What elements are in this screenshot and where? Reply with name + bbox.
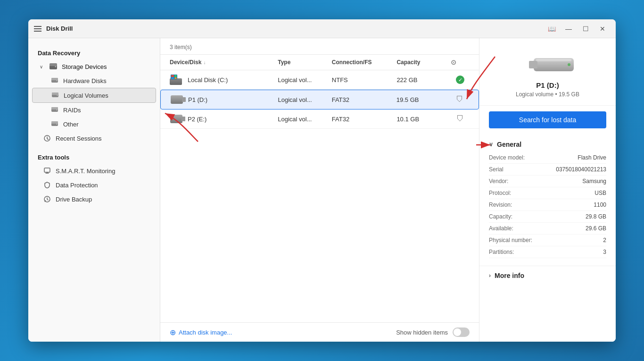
more-info-label: More info: [495, 272, 524, 279]
shield-icon: ⛉: [456, 115, 464, 123]
status-icon: ✓: [451, 76, 470, 84]
content-area: Data Recovery ∨ Storage Devices: [28, 38, 616, 342]
other-label: Other: [63, 121, 79, 128]
device-capacity: 10.1 GB: [396, 116, 451, 123]
attach-disk-link[interactable]: ⊕ Attach disk image...: [170, 328, 232, 337]
book-button[interactable]: 📖: [544, 22, 559, 35]
svg-point-8: [57, 95, 58, 96]
shield-icon: ⛉: [456, 95, 463, 104]
search-for-lost-data-button[interactable]: Search for lost data: [489, 111, 606, 128]
chevron-down-icon: ∨: [489, 141, 493, 148]
local-disk-icon: [170, 75, 183, 84]
device-image: [527, 50, 569, 76]
sidebar-item-smart[interactable]: S.M.A.R.T. Monitoring: [32, 164, 156, 178]
sidebar-item-drive-backup[interactable]: Drive Backup: [32, 192, 156, 206]
device-cell: P2 (E:): [170, 114, 278, 124]
sidebar-item-hardware-disks[interactable]: Hardware Disks: [32, 74, 156, 88]
svg-point-2: [55, 66, 57, 67]
general-section: ∨ General Device model: Flash Drive Seri…: [479, 136, 616, 266]
usb-disk-icon2: [170, 114, 183, 124]
smart-label: S.M.A.R.T. Monitoring: [56, 168, 115, 175]
svg-rect-1: [50, 63, 57, 66]
recent-sessions-icon: [43, 134, 51, 142]
device-type: Logical vol...: [278, 96, 331, 103]
hardware-disks-label: Hardware Disks: [63, 77, 107, 84]
data-protection-label: Data Protection: [56, 182, 98, 189]
smart-icon: [43, 167, 51, 175]
sidebar-item-logical-volumes[interactable]: Logical Volumes: [32, 88, 156, 103]
device-connection: FAT32: [332, 96, 396, 103]
svg-point-11: [57, 109, 58, 110]
device-connection: FAT32: [332, 116, 397, 123]
info-row-serial: Serial 0375018040021213: [489, 164, 606, 176]
svg-point-14: [57, 124, 58, 125]
device-subtitle-label: Logical volume • 19.5 GB: [516, 91, 579, 98]
info-row-physical: Physical number: 2: [489, 235, 606, 246]
table-area: Local Disk (C:) Logical vol... NTFS 222 …: [160, 70, 479, 322]
sidebar-section-extra-tools: Extra tools: [28, 150, 160, 164]
chevron-right-icon: ›: [489, 272, 491, 279]
show-hidden-toggle[interactable]: [453, 327, 470, 337]
header-connection: Connection/FS: [332, 59, 397, 66]
raids-icon: [51, 106, 58, 114]
raids-label: RAIDs: [63, 107, 81, 114]
logical-volumes-label: Logical Volumes: [64, 92, 108, 99]
drive-backup-label: Drive Backup: [56, 196, 92, 203]
device-capacity: 222 GB: [396, 76, 451, 84]
right-panel: P1 (D:) Logical volume • 19.5 GB Search …: [479, 38, 616, 342]
status-icon: ⛉: [450, 95, 469, 104]
device-capacity: 19.5 GB: [396, 96, 450, 103]
sidebar-item-data-protection[interactable]: Data Protection: [32, 178, 156, 192]
svg-rect-10: [51, 107, 58, 109]
show-hidden-items: Show hidden items: [396, 327, 470, 337]
title-bar: Disk Drill 📖 — ☐ ✕: [28, 19, 616, 38]
close-button[interactable]: ✕: [595, 22, 610, 35]
restore-button[interactable]: ☐: [578, 22, 593, 35]
table-row[interactable]: P2 (E:) Logical vol... FAT32 10.1 GB ⛉: [160, 109, 479, 129]
sort-icon: ↓: [203, 60, 206, 65]
device-name: Local Disk (C:): [188, 76, 228, 84]
data-protection-icon: [43, 181, 51, 189]
hamburger-icon[interactable]: [34, 26, 41, 32]
device-name: P1 (D:): [188, 96, 207, 103]
minimize-button[interactable]: —: [561, 22, 576, 35]
app-title: Disk Drill: [46, 25, 73, 32]
svg-rect-13: [51, 121, 58, 124]
sidebar: Data Recovery ∨ Storage Devices: [28, 38, 160, 342]
general-section-header[interactable]: ∨ General: [489, 136, 606, 152]
check-icon: ✓: [456, 76, 464, 84]
svg-rect-19: [529, 61, 537, 68]
storage-devices-label: Storage Devices: [62, 63, 107, 70]
general-label: General: [497, 141, 521, 148]
device-cell: Local Disk (C:): [170, 75, 278, 84]
device-type: Logical vol...: [278, 76, 332, 84]
info-row-available: Available: 29.6 GB: [489, 223, 606, 235]
usb-disk-icon: [170, 95, 183, 104]
header-capacity: Capacity: [396, 59, 451, 66]
device-name-label: P1 (D:): [536, 81, 559, 89]
item-count: 3 item(s): [160, 38, 479, 55]
sidebar-item-storage-devices[interactable]: ∨ Storage Devices: [32, 59, 156, 74]
header-status: ⊙: [451, 59, 470, 66]
header-type: Type: [278, 59, 332, 66]
svg-rect-4: [51, 78, 58, 80]
device-name: P2 (E:): [188, 116, 206, 123]
sidebar-item-raids[interactable]: RAIDs: [32, 103, 156, 117]
recent-sessions-label: Recent Sessions: [56, 135, 102, 142]
device-type: Logical vol...: [278, 116, 332, 123]
more-info-header[interactable]: › More info: [489, 266, 606, 283]
table-row[interactable]: P1 (D:) Logical vol... FAT32 19.5 GB ⛉: [160, 90, 479, 109]
table-row[interactable]: Local Disk (C:) Logical vol... NTFS 222 …: [160, 70, 479, 90]
sidebar-item-other[interactable]: Other: [32, 117, 156, 131]
drive-backup-icon: [43, 195, 51, 203]
svg-point-5: [57, 80, 58, 81]
svg-point-21: [568, 63, 570, 66]
device-preview: P1 (D:) Logical volume • 19.5 GB: [479, 38, 616, 106]
other-icon: [51, 120, 58, 128]
table-header: Device/Disk ↓ Type Connection/FS Capacit…: [160, 55, 479, 70]
plus-circle-icon: ⊕: [170, 328, 176, 337]
more-info-section: › More info: [479, 266, 616, 291]
chevron-down-icon: ∨: [40, 64, 43, 69]
svg-rect-16: [44, 168, 50, 172]
sidebar-item-recent-sessions[interactable]: Recent Sessions: [32, 131, 156, 145]
